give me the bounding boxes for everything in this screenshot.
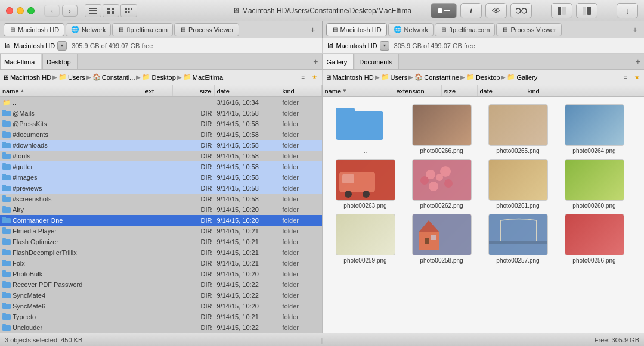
right-path-gallery[interactable]: 📁 Gallery: [507, 73, 537, 81]
forward-button[interactable]: ›: [62, 5, 78, 17]
close-button[interactable]: [6, 7, 13, 14]
list-item[interactable]: SyncMate4DIR9/14/15, 10:22folder: [0, 290, 322, 301]
left-path-constantine[interactable]: 🏠 Constanti...: [92, 73, 135, 81]
right-col-size[interactable]: size: [442, 85, 478, 96]
eye-button[interactable]: 👁: [485, 3, 507, 18]
gallery-item[interactable]: photo00258.png: [406, 214, 478, 264]
list-item[interactable]: #downloadsDIR9/14/15, 10:58folder: [0, 140, 322, 151]
gallery-item[interactable]: photo00261.png: [482, 159, 554, 209]
list-item[interactable]: #previewsDIR9/14/15, 10:58folder: [0, 183, 322, 194]
r-network-icon: 🌐: [394, 26, 402, 33]
right-folder-tab-documents[interactable]: Documents: [355, 54, 399, 69]
left-col-ext[interactable]: ext: [143, 85, 173, 96]
gallery-item[interactable]: photo00260.png: [559, 159, 630, 209]
left-file-list[interactable]: 📁..3/16/16, 10:34folder@MailsDIR9/14/15,…: [0, 97, 322, 333]
left-star-icon[interactable]: ★: [310, 73, 320, 82]
list-item[interactable]: Flash OptimizerDIR9/14/15, 10:21folder: [0, 236, 322, 247]
left-path-users[interactable]: 📁 Users: [58, 73, 85, 81]
list-item[interactable]: UnclouderDIR9/14/15, 10:22folder: [0, 322, 322, 333]
r-desktop-folder-icon: 📁: [466, 73, 475, 81]
list-item[interactable]: @PressKitsDIR9/14/15, 10:58folder: [0, 119, 322, 129]
right-add-folder-tab[interactable]: +: [636, 57, 644, 66]
list-view-button[interactable]: [85, 4, 101, 17]
list-item[interactable]: TypeetoDIR9/14/15, 10:21folder: [0, 311, 322, 322]
left-tab-macintosh[interactable]: 🖥 Macintosh HD: [4, 23, 64, 36]
right-panel-button[interactable]: [576, 3, 597, 18]
right-path-constantine[interactable]: 🏠 Constantine: [414, 73, 459, 81]
list-item[interactable]: #documentsDIR9/14/15, 10:58folder: [0, 129, 322, 140]
left-col-date[interactable]: date: [215, 85, 280, 96]
right-add-tab[interactable]: +: [630, 24, 640, 35]
minimize-button[interactable]: [17, 7, 24, 14]
right-path-macintosh[interactable]: Macintosh HD: [333, 74, 374, 81]
left-tab-ftp[interactable]: 🖥 ftp.eltima.com: [112, 23, 172, 36]
left-folder-tab-maceltima[interactable]: MacEltima: [0, 54, 41, 69]
left-panel-button[interactable]: [551, 3, 572, 18]
gallery-item[interactable]: photo00263.png: [330, 159, 401, 209]
gallery-item[interactable]: photo00264.png: [559, 104, 630, 154]
left-col-kind[interactable]: kind: [280, 85, 322, 96]
gallery-item[interactable]: photo00265.png: [482, 104, 554, 154]
folder-icon: [2, 280, 11, 289]
left-col-size[interactable]: size: [173, 85, 215, 96]
right-tab-network[interactable]: 🌐 Network: [388, 23, 434, 36]
left-drive-panel: 🖥 Macintosh HD ▾ 305.9 GB of 499.07 GB f…: [0, 38, 323, 53]
maximize-button[interactable]: [27, 7, 35, 14]
svg-rect-1: [89, 10, 97, 11]
right-tab-macintosh[interactable]: 🖥 Macintosh HD: [326, 23, 387, 36]
right-path-users[interactable]: 📁 Users: [381, 73, 408, 81]
list-item[interactable]: FolxDIR9/14/15, 10:21folder: [0, 258, 322, 269]
binoculars-button[interactable]: [510, 3, 532, 18]
left-tab-network[interactable]: 🌐 Network: [66, 23, 111, 36]
list-item[interactable]: @MailsDIR9/14/15, 10:58folder: [0, 108, 322, 119]
left-tab-process[interactable]: 🖥 Process Viewer: [174, 23, 239, 36]
right-path-desktop[interactable]: 📁 Desktop: [466, 73, 500, 81]
left-add-tab[interactable]: +: [308, 24, 318, 35]
left-path-maceltima[interactable]: 📁 MacEltima: [183, 73, 223, 81]
list-item[interactable]: Recover PDF PasswordDIR9/14/15, 10:22fol…: [0, 279, 322, 290]
right-list-mode-icon[interactable]: ≡: [621, 73, 630, 82]
list-item[interactable]: Commander OneDIR9/14/15, 10:20folder: [0, 215, 322, 226]
right-col-kind[interactable]: kind: [525, 85, 561, 96]
right-col-date[interactable]: date: [478, 85, 525, 96]
list-item[interactable]: Elmedia PlayerDIR9/14/15, 10:21folder: [0, 226, 322, 236]
left-path-macintosh[interactable]: Macintosh HD: [10, 74, 51, 81]
download-button[interactable]: ↓: [617, 3, 638, 18]
right-drive-arrow[interactable]: ▾: [380, 41, 389, 51]
gallery-item[interactable]: photo00256.png: [559, 214, 630, 264]
list-item[interactable]: FlashDecompilerTrillixDIR9/14/15, 10:21f…: [0, 247, 322, 258]
left-list-mode-icon[interactable]: ≡: [299, 73, 308, 82]
right-tab-process[interactable]: 🖥 Process Viewer: [496, 23, 561, 36]
right-col-extension[interactable]: extension: [394, 85, 442, 96]
left-drive-arrow[interactable]: ▾: [57, 41, 67, 51]
gallery-item[interactable]: photo00266.png: [406, 104, 478, 154]
left-col-name[interactable]: name ▲: [0, 85, 143, 96]
list-item[interactable]: #fontsDIR9/14/15, 10:58folder: [0, 151, 322, 161]
right-folder-tab-gallery[interactable]: Gallery: [323, 54, 354, 69]
list-item[interactable]: 📁..3/16/16, 10:34folder: [0, 97, 322, 108]
toggle-button[interactable]: [431, 3, 457, 18]
right-tab-ftp[interactable]: 🖥 ftp.eltima.com: [435, 23, 495, 36]
list-item[interactable]: SyncMate6DIR9/14/15, 10:20folder: [0, 301, 322, 311]
svg-rect-11: [128, 11, 130, 13]
gallery-item[interactable]: ..: [330, 104, 401, 154]
info-button[interactable]: i: [460, 3, 482, 18]
gallery-item[interactable]: photo00257.png: [482, 214, 554, 264]
back-button[interactable]: ‹: [44, 5, 60, 17]
list-item[interactable]: AiryDIR9/14/15, 10:20folder: [0, 204, 322, 215]
medium-view-button[interactable]: [103, 4, 119, 17]
gallery-item[interactable]: photo00259.png: [330, 214, 401, 264]
right-col-name[interactable]: name ▼: [323, 85, 394, 96]
gallery-item[interactable]: photo00262.png: [406, 159, 478, 209]
gallery-view[interactable]: ..photo00266.pngphoto00265.pngphoto00264…: [323, 97, 645, 333]
folder-icon: [2, 184, 11, 193]
list-item[interactable]: PhotoBulkDIR9/14/15, 10:20folder: [0, 269, 322, 279]
right-star-icon[interactable]: ★: [632, 73, 642, 82]
left-path-desktop[interactable]: 📁 Desktop: [142, 73, 175, 81]
large-view-button[interactable]: [120, 4, 137, 17]
list-item[interactable]: #imagesDIR9/14/15, 10:58folder: [0, 172, 322, 183]
list-item[interactable]: #gutterDIR9/14/15, 10:58folder: [0, 161, 322, 172]
left-folder-tab-desktop[interactable]: Desktop: [42, 54, 77, 69]
list-item[interactable]: #screenshotsDIR9/14/15, 10:58folder: [0, 194, 322, 204]
left-add-folder-tab[interactable]: +: [313, 57, 321, 66]
